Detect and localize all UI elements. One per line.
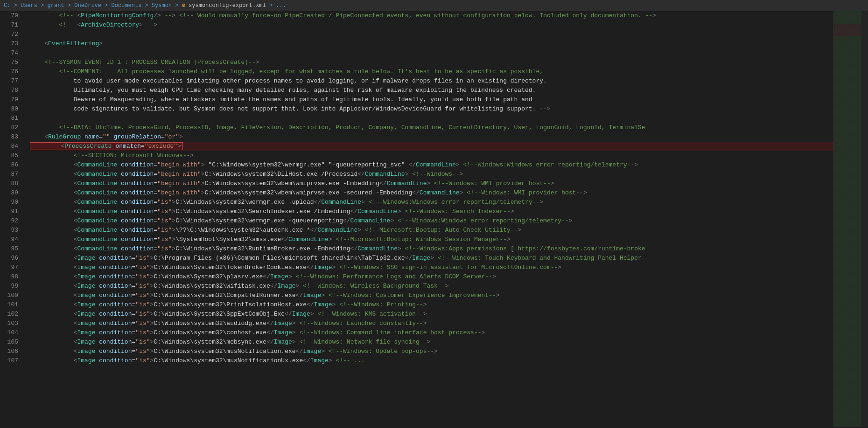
code-line: <CommandLine condition="begin with">C:\W…: [30, 179, 833, 188]
code-line: <CommandLine condition="is">C:\Windows\s…: [30, 216, 833, 226]
code-line: [30, 48, 833, 58]
code-line: <Image condition="is">C:\Windows\system3…: [30, 347, 833, 356]
line-number: 74: [4, 48, 18, 58]
line-number: 77: [4, 76, 18, 86]
line-number: 81: [4, 114, 18, 123]
line-number: 71: [4, 21, 18, 30]
code-line: <EventFiltering>: [30, 39, 833, 48]
line-number: 85: [4, 151, 18, 160]
line-number: 72: [4, 30, 18, 39]
code-line: [30, 30, 833, 39]
line-number: 84: [4, 142, 18, 151]
breadcrumb-suffix: > ...: [266, 2, 286, 9]
line-number: 94: [4, 235, 18, 244]
code-line: Ultimately, you must weigh CPU time chec…: [30, 86, 833, 95]
code-line: <ProcessCreate onmatch="exclude">: [30, 142, 833, 151]
code-line: <Image condition="is">C:\Windows\system3…: [30, 282, 833, 291]
line-number: 93: [4, 226, 18, 235]
line-number: 80: [4, 104, 18, 114]
code-line: <CommandLine condition="is">C:\Windows\s…: [30, 207, 833, 216]
code-line: <Image condition="is">C:\Program Files (…: [30, 254, 833, 263]
code-line: code signatures to validate, but Sysmon …: [30, 104, 833, 114]
line-number: 82: [4, 123, 18, 132]
highlighted-element: <ProcessCreate onmatch="exclude">: [30, 142, 183, 150]
line-number: 79: [4, 95, 18, 104]
line-number: 86: [4, 160, 18, 170]
line-number: 101: [4, 300, 18, 310]
code-line: <Image condition="is">C:\Windows\system3…: [30, 356, 833, 366]
line-number: 104: [4, 328, 18, 338]
line-number: 107: [4, 356, 18, 366]
line-number: 91: [4, 207, 18, 216]
code-line: to avoid user-mode executables imitating…: [30, 76, 833, 86]
line-number: 76: [4, 67, 18, 76]
code-line: <CommandLine condition="is">\??\C:\Windo…: [30, 226, 833, 235]
line-number: 105: [4, 338, 18, 347]
line-number: 96: [4, 254, 18, 263]
code-line: <CommandLine condition="begin with">C:\W…: [30, 170, 833, 179]
code-line: [30, 114, 833, 123]
code-line: <Image condition="is">C:\Windows\System3…: [30, 272, 833, 282]
code-line: <!--COMMENT: All processes launched will…: [30, 67, 833, 76]
line-number: 89: [4, 188, 18, 198]
code-line: <CommandLine condition="begin with">C:\W…: [30, 188, 833, 198]
code-line: <Image condition="is">C:\Windows\system3…: [30, 319, 833, 328]
rss-icon: ⚙: [182, 2, 185, 9]
code-line: <Image condition="is">C:\Windows\system3…: [30, 300, 833, 310]
code-line: Beware of Masquerading, where attackers …: [30, 95, 833, 104]
line-number: 99: [4, 282, 18, 291]
filename: sysmonconfig-export.xml: [189, 2, 266, 9]
minimap: [833, 11, 861, 427]
code-line: <!--SYSMON EVENT ID 1 : PROCESS CREATION…: [30, 58, 833, 67]
line-number: 95: [4, 244, 18, 254]
code-line: <Image condition="is">C:\Windows\system3…: [30, 338, 833, 347]
code-line: <Image condition="is">C:\Windows\system3…: [30, 328, 833, 338]
editor-container: 7071727374757677787980818283848586878889…: [0, 11, 868, 427]
code-line: <RuleGroup name="" groupRelation="or">: [30, 132, 833, 142]
line-number: 70: [4, 11, 18, 21]
code-line: <!--SECTION: Microsoft Windows-->: [30, 151, 833, 160]
line-number: 100: [4, 291, 18, 300]
code-line: <!--DATA: UtcTime, ProcessGuid, ProcessI…: [30, 123, 833, 132]
minimap-visual: [834, 11, 861, 427]
line-number: 102: [4, 310, 18, 319]
code-area[interactable]: <!-- <PipeMonitoringConfig/> --> <!-- Wo…: [24, 11, 833, 427]
code-line: <!-- <ArchiveDirectory> -->: [30, 21, 833, 30]
line-number: 75: [4, 58, 18, 67]
code-line: <!-- <PipeMonitoringConfig/> --> <!-- Wo…: [30, 11, 833, 21]
line-number: 78: [4, 86, 18, 95]
breadcrumb-path: C: > Users > grant > OneDrive > Document…: [4, 2, 182, 9]
line-number: 90: [4, 198, 18, 207]
code-line: <Image condition="is">C:\Windows\System3…: [30, 310, 833, 319]
line-number: 103: [4, 319, 18, 328]
code-line: <CommandLine condition="is">\SystemRoot\…: [30, 235, 833, 244]
line-number: 98: [4, 272, 18, 282]
code-line: <CommandLine condition="begin with"> "C:…: [30, 160, 833, 170]
code-line: <CommandLine condition="is">C:\Windows\s…: [30, 198, 833, 207]
line-number: 92: [4, 216, 18, 226]
code-line: <Image condition="is">C:\Windows\System3…: [30, 263, 833, 272]
scrollbar[interactable]: [861, 11, 868, 427]
line-number: 88: [4, 179, 18, 188]
line-number: 73: [4, 39, 18, 48]
code-line: <Image condition="is">C:\Windows\system3…: [30, 291, 833, 300]
code-line: <CommandLine condition="is">C:\Windows\S…: [30, 244, 833, 254]
title-bar: C: > Users > grant > OneDrive > Document…: [0, 0, 868, 11]
line-number: 97: [4, 263, 18, 272]
line-number: 106: [4, 347, 18, 356]
line-numbers: 7071727374757677787980818283848586878889…: [0, 11, 24, 427]
line-number: 83: [4, 132, 18, 142]
line-number: 87: [4, 170, 18, 179]
